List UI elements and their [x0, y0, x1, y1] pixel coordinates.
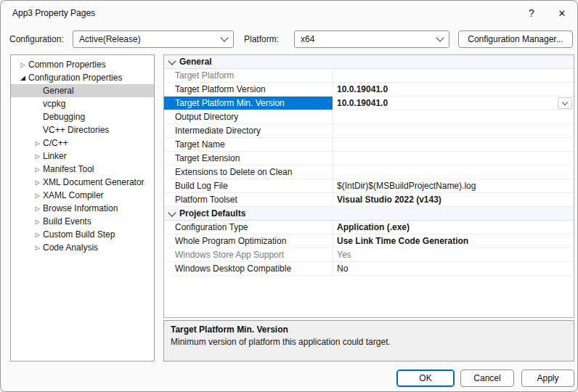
sidebar-item-xaml-compiler[interactable]: ▷XAML Compiler [11, 189, 154, 202]
property-name-cell[interactable]: Windows Desktop Compatible [164, 262, 333, 275]
property-name-cell[interactable]: Extensions to Delete on Clean [164, 166, 333, 179]
property-name-cell[interactable]: Intermediate Directory [164, 124, 333, 137]
tree-item-label: Code Analysis [43, 242, 98, 253]
sidebar-item-vcpkg[interactable]: vcpkg [11, 97, 154, 110]
ok-button[interactable]: OK [396, 369, 455, 387]
property-name-cell[interactable]: Target Platform Min. Version [164, 97, 333, 110]
sidebar-item-general[interactable]: General [11, 84, 154, 97]
platform-select[interactable]: x64 [294, 30, 449, 48]
sidebar-item-code-analysis[interactable]: ▷Code Analysis [11, 241, 154, 254]
tree-item-label: General [43, 86, 74, 96]
property-value-cell[interactable]: Visual Studio 2022 (v143) [333, 193, 574, 206]
property-name-cell[interactable]: Target Extension [164, 152, 333, 165]
property-row-extensions-to-delete-on-clean: Extensions to Delete on Clean [164, 166, 574, 179]
tree-expander-collapsed-icon[interactable]: ▷ [32, 232, 43, 238]
tree-expander-collapsed-icon[interactable]: ▷ [32, 192, 43, 199]
help-button[interactable]: ? [516, 2, 547, 24]
group-header[interactable]: General [164, 55, 212, 68]
tree-item-label: Build Events [43, 216, 91, 226]
property-name: Whole Program Optimization [175, 236, 286, 246]
sidebar-item-linker[interactable]: ▷Linker [11, 150, 154, 163]
sidebar-item-custom-build-step[interactable]: ▷Custom Build Step [11, 228, 154, 241]
property-name: Build Log File [175, 181, 228, 191]
property-name-cell[interactable]: Windows Store App Support [164, 248, 333, 261]
sidebar-item-common-properties[interactable]: ▷Common Properties [11, 58, 154, 71]
platform-label: Platform: [244, 30, 279, 48]
property-row-whole-program-optimization: Whole Program OptimizationUse Link Time … [164, 234, 574, 248]
description-text: Minimum version of platform this applica… [171, 337, 567, 347]
property-name-cell[interactable]: Whole Program Optimization [164, 234, 333, 248]
tree-item-label: XAML Compiler [43, 190, 104, 200]
apply-button[interactable]: Apply [521, 369, 574, 387]
property-value-cell[interactable] [333, 138, 574, 151]
property-row-target-name: Target Name [164, 138, 574, 152]
property-name: Configuration Type [175, 222, 248, 232]
property-value-cell[interactable] [333, 110, 574, 123]
property-value-cell[interactable]: 10.0.19041.0 [333, 83, 574, 96]
property-value-cell[interactable]: Yes [333, 248, 574, 261]
tree-expander-collapsed-icon[interactable]: ▷ [32, 140, 43, 147]
property-value-cell[interactable] [333, 124, 574, 137]
configuration-select[interactable]: Active(Release) [73, 30, 234, 48]
property-value-cell[interactable]: Use Link Time Code Generation [333, 234, 574, 248]
property-name-cell[interactable]: Target Platform Version [164, 83, 333, 96]
sidebar-item-browse-information[interactable]: ▷Browse Information [11, 202, 154, 215]
property-value-cell[interactable] [333, 152, 574, 165]
platform-value: x64 [301, 34, 314, 44]
tree-item-label: vcpkg [43, 99, 65, 109]
property-value-cell[interactable] [333, 166, 574, 179]
property-name-cell[interactable]: Target Name [164, 138, 333, 151]
property-value-cell[interactable]: Application (.exe) [333, 221, 574, 234]
property-name-cell[interactable]: Configuration Type [164, 221, 333, 234]
property-value-cell[interactable] [333, 69, 574, 82]
tree-item-label: Debugging [43, 112, 85, 122]
property-name: Windows Desktop Compatible [175, 264, 291, 274]
property-name: Target Extension [175, 153, 240, 163]
sidebar-item-vc-directories[interactable]: VC++ Directories [11, 123, 154, 136]
sidebar-item-xml-document-generator[interactable]: ▷XML Document Generator [11, 176, 154, 189]
configuration-label: Configuration: [9, 30, 64, 48]
group-header[interactable]: Project Defaults [164, 207, 245, 220]
tree-expander-collapsed-icon[interactable]: ▷ [32, 179, 43, 186]
properties-tree: ▷Common Properties◢Configuration Propert… [10, 54, 155, 362]
tree-expander-collapsed-icon[interactable]: ▷ [32, 153, 43, 160]
cancel-button[interactable]: Cancel [460, 369, 514, 387]
property-row-build-log-file: Build Log File$(IntDir)$(MSBuildProjectN… [164, 179, 574, 193]
property-value: 10.0.19041.0 [337, 98, 388, 108]
sidebar-item-c-c[interactable]: ▷C/C++ [11, 136, 154, 150]
title-bar: App3 Property Pages ? ✕ [1, 1, 577, 25]
sidebar-item-configuration-properties[interactable]: ◢Configuration Properties [11, 71, 154, 84]
sidebar-item-manifest-tool[interactable]: ▷Manifest Tool [11, 163, 154, 176]
property-name: Windows Store App Support [175, 250, 284, 260]
tree-expander-collapsed-icon[interactable]: ▷ [17, 62, 28, 68]
property-row-target-platform: Target Platform [164, 69, 574, 83]
property-name-cell[interactable]: Build Log File [164, 179, 333, 192]
property-row-target-extension: Target Extension [164, 152, 574, 166]
tree-expander-collapsed-icon[interactable]: ▷ [32, 245, 43, 251]
property-name-cell[interactable]: Target Platform [164, 69, 333, 82]
tree-expander-expanded-icon[interactable]: ◢ [17, 74, 28, 81]
property-value: Application (.exe) [337, 222, 410, 232]
property-name-cell[interactable]: Platform Toolset [164, 193, 333, 206]
close-button[interactable]: ✕ [547, 2, 577, 24]
tree-expander-collapsed-icon[interactable]: ▷ [32, 166, 43, 173]
tree-expander-collapsed-icon[interactable]: ▷ [32, 205, 43, 212]
sidebar-item-build-events[interactable]: ▷Build Events [11, 215, 154, 228]
close-icon: ✕ [558, 8, 566, 19]
chevron-down-icon [562, 99, 568, 105]
configuration-value: Active(Release) [79, 34, 141, 44]
property-grid: GeneralTarget PlatformTarget Platform Ve… [163, 54, 574, 318]
property-value-cell[interactable]: $(IntDir)$(MSBuildProjectName).log [333, 179, 574, 192]
tree-item-label: Common Properties [28, 60, 106, 70]
tree-expander-collapsed-icon[interactable]: ▷ [32, 219, 43, 225]
property-name-cell[interactable]: Output Directory [164, 110, 333, 123]
property-row-configuration-type: Configuration TypeApplication (.exe) [164, 221, 574, 234]
chevron-down-icon[interactable] [168, 57, 176, 65]
tree-item-label: C/C++ [43, 138, 68, 148]
property-value-cell[interactable]: 10.0.19041.0 [333, 97, 574, 110]
property-value-cell[interactable]: No [333, 262, 574, 275]
chevron-down-icon[interactable] [168, 208, 176, 216]
sidebar-item-debugging[interactable]: Debugging [11, 110, 154, 123]
value-dropdown-button[interactable] [558, 97, 572, 109]
configuration-manager-button[interactable]: Configuration Manager... [458, 30, 573, 48]
